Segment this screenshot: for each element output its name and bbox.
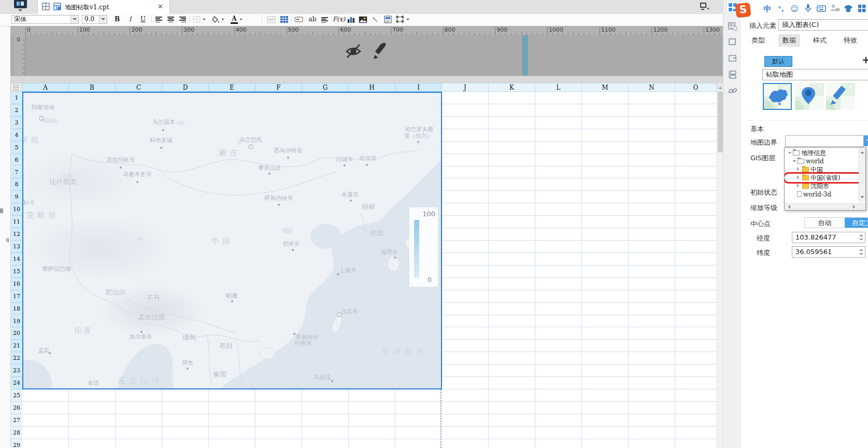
row-header[interactable]: 1 <box>10 92 22 104</box>
hide-parameter-pane-icon[interactable] <box>345 43 363 62</box>
row-header[interactable]: 2 <box>10 104 22 117</box>
row-header[interactable]: 18 <box>10 303 22 315</box>
column-header[interactable]: E <box>209 83 255 92</box>
hyperlink-icon[interactable] <box>727 85 738 96</box>
map-type-custom-thumb[interactable] <box>826 83 855 110</box>
tree-collapse-icon[interactable] <box>797 184 801 188</box>
font-size-dropdown-icon[interactable] <box>99 16 107 23</box>
row-header[interactable]: 19 <box>10 315 22 328</box>
row-header[interactable]: 11 <box>10 216 22 228</box>
tree-scroll-down-icon[interactable] <box>860 196 864 200</box>
textfield-widget-button[interactable] <box>294 15 303 24</box>
tab-data[interactable]: 数据 <box>778 34 800 47</box>
column-header[interactable]: M <box>582 83 629 92</box>
column-header[interactable]: B <box>69 83 116 92</box>
row-header[interactable]: 10 <box>10 203 22 216</box>
tree-item[interactable]: 中国 <box>785 165 859 174</box>
ime-punct-icon[interactable]: °‚ <box>775 4 787 14</box>
column-header[interactable]: H <box>349 83 395 92</box>
tree-horizontal-scrollbar[interactable] <box>785 203 865 210</box>
longitude-up-icon[interactable] <box>859 233 863 237</box>
center-auto-option[interactable]: 自动 <box>805 218 845 228</box>
tree-item[interactable]: world-3d <box>785 190 859 199</box>
row-header[interactable]: 24 <box>10 377 22 389</box>
tree-scroll-up-icon[interactable] <box>860 149 864 153</box>
underline-button[interactable]: U <box>139 15 147 24</box>
tree-collapse-icon[interactable] <box>797 167 801 171</box>
center-custom-option[interactable]: 自定义 <box>845 218 868 228</box>
app-menu-icon[interactable] <box>14 0 27 8</box>
map-type-point-thumb[interactable] <box>795 83 824 110</box>
fill-color-button[interactable] <box>212 15 220 24</box>
grid-settings-button[interactable] <box>280 15 289 24</box>
tree-item[interactable]: 中国(省级) <box>785 174 859 182</box>
tree-collapse-icon[interactable] <box>797 175 801 179</box>
row-header[interactable]: 21 <box>10 340 22 352</box>
add-style-button[interactable]: + <box>862 54 868 65</box>
app-menu-caret-icon[interactable] <box>18 9 22 13</box>
row-header[interactable]: 13 <box>10 241 22 253</box>
ime-emoji-icon[interactable]: ☺ <box>789 4 800 14</box>
frame-tool-dropdown-icon[interactable] <box>406 19 409 22</box>
longitude-down-icon[interactable] <box>859 237 863 242</box>
tab-style[interactable]: 样式 <box>809 34 831 47</box>
image-button[interactable] <box>359 15 367 24</box>
row-header[interactable]: 17 <box>10 290 22 303</box>
row-header[interactable]: 25 <box>10 389 22 402</box>
latitude-input[interactable]: 36.059561 <box>792 246 865 258</box>
align-center-button[interactable] <box>167 17 174 22</box>
row-header[interactable]: 16 <box>10 278 22 290</box>
row-header[interactable]: 3 <box>10 117 22 129</box>
column-header[interactable]: I <box>395 83 442 92</box>
ime-skin-icon[interactable] <box>843 4 854 14</box>
row-header[interactable]: 14 <box>10 253 22 265</box>
row-header[interactable]: 7 <box>10 166 22 179</box>
tab-type[interactable]: 类型 <box>747 34 769 47</box>
row-header[interactable]: 5 <box>10 142 22 154</box>
tree-expand-icon[interactable] <box>788 152 792 156</box>
ime-custom-phrase-icon[interactable]: 15 <box>829 4 841 14</box>
row-header[interactable]: 28 <box>10 427 22 439</box>
edit-parameter-pane-icon[interactable] <box>371 41 389 62</box>
border-button[interactable] <box>193 15 201 24</box>
column-header[interactable]: N <box>629 83 675 92</box>
longitude-input[interactable]: 103.826477 <box>792 232 865 243</box>
font-family-select[interactable]: 宋体 <box>11 15 79 24</box>
column-header[interactable]: J <box>442 83 489 92</box>
column-header[interactable]: L <box>535 83 582 92</box>
column-header[interactable]: G <box>302 83 349 92</box>
tree-scroll-left-icon[interactable] <box>786 205 790 209</box>
tab-effect[interactable]: 特效 <box>839 34 861 47</box>
document-tab[interactable]: 地图钻取v1.cpt ✕ <box>37 0 170 14</box>
row-header[interactable]: 8 <box>10 178 22 191</box>
subreport-button[interactable] <box>384 15 392 24</box>
condition-attributes-icon[interactable] <box>727 69 738 80</box>
ime-mic-icon[interactable] <box>802 4 814 14</box>
font-color-button[interactable]: A <box>231 16 238 24</box>
align-right-button[interactable] <box>179 17 186 22</box>
column-header[interactable]: A <box>22 83 69 92</box>
map-boundary-dropdown-button[interactable] <box>864 135 868 146</box>
border-dropdown-icon[interactable] <box>203 19 206 22</box>
drill-map-chart[interactable]: 100 0 阿斯塔纳斯坦塔什干塔吉克斯坦比什凯克费萨拉巴德克拉玛依市乌鲁木齐市乌… <box>22 93 442 389</box>
ime-keyboard-icon[interactable] <box>816 4 827 14</box>
column-header[interactable]: O <box>675 83 717 92</box>
row-header[interactable]: 4 <box>10 129 22 142</box>
align-left-button[interactable] <box>155 17 162 22</box>
tree-vertical-scrollbar[interactable] <box>859 148 865 202</box>
row-header[interactable]: 15 <box>10 265 22 278</box>
bold-button[interactable]: B <box>113 15 121 24</box>
default-style-button[interactable]: 默认 <box>764 56 792 67</box>
row-header[interactable]: 26 <box>10 402 22 414</box>
chart-kind-select[interactable]: 钻取地图 <box>762 69 868 80</box>
tree-item[interactable]: 沈阳市 <box>785 182 859 190</box>
parameter-pane[interactable]: 0 <box>10 35 723 76</box>
rich-text-button[interactable] <box>321 17 328 23</box>
map-boundary-select[interactable] <box>785 135 864 147</box>
row-header[interactable]: 29 <box>10 439 22 448</box>
row-header[interactable]: 22 <box>10 352 22 365</box>
font-size-select[interactable]: 9.0 <box>82 15 107 24</box>
latitude-up-icon[interactable] <box>859 248 863 252</box>
preview-flag-icon[interactable] <box>700 2 711 10</box>
row-header[interactable]: 23 <box>10 365 22 377</box>
